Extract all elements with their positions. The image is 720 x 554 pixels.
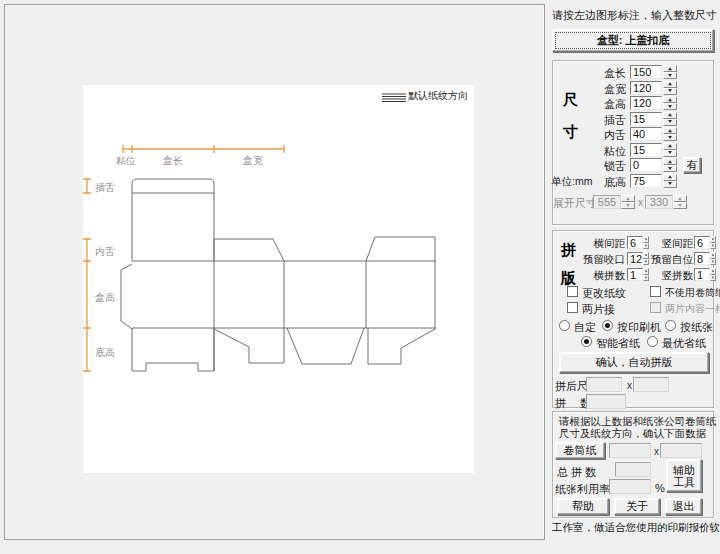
optimal-save-radio[interactable] (647, 336, 658, 347)
app-root: { "colors": { "accent_orange": "#ED9B40"… (0, 0, 720, 554)
v-gap-input[interactable]: 6 (694, 236, 710, 249)
about-button[interactable]: 关于 (614, 498, 660, 515)
box-type-button[interactable]: 盒型: 上盖扣底 (552, 29, 714, 52)
expand-width-spinner (621, 195, 635, 209)
h-count-input[interactable]: 1 (627, 268, 643, 281)
expand-width-field: 555 (593, 195, 621, 209)
dim-row-box-width: 盒宽 120 (553, 81, 713, 96)
no-roll-checkbox[interactable] (650, 286, 661, 297)
change-grain-label: 更改纸纹 (582, 286, 626, 301)
tuck-spinner[interactable] (663, 112, 677, 126)
two-piece-checkbox[interactable] (567, 302, 578, 313)
impose-row-gap: 横间距 6 竖间距 6 (553, 236, 713, 250)
ruler-label-inner: 内舌 (95, 245, 115, 259)
smart-save-radio[interactable] (581, 336, 592, 347)
imposition-group: 拼 版 横间距 6 竖间距 6 预留咬口 12 预留自位 8 横拼数 1 竖拼数… (552, 230, 714, 408)
tuck-label: 插舌 (573, 113, 626, 128)
after-height-field (633, 377, 669, 392)
lock-tongue-label: 锁舌 (573, 159, 626, 174)
after-width-field (586, 377, 622, 392)
expand-height-spinner (673, 195, 687, 209)
v-count-label: 竖拼数 (649, 269, 693, 283)
v-count-spinner[interactable] (710, 268, 716, 281)
custom-radio[interactable] (559, 320, 570, 331)
expand-size-row: 展开尺寸 555 x 330 (553, 194, 713, 210)
lock-tongue-input[interactable]: 0 (630, 158, 662, 172)
v-gap-spinner[interactable] (710, 236, 716, 249)
by-press-radio[interactable] (602, 320, 613, 331)
impose-row-reserve: 预留咬口 12 预留自位 8 (553, 252, 713, 266)
two-piece-same-checkbox (650, 302, 661, 313)
side-lay-label: 预留自位 (649, 253, 693, 267)
by-paper-radio-label: 按纸张 (680, 320, 713, 335)
dim-row-box-length: 盒长 150 (553, 65, 713, 80)
helper-tools-line2: 工具 (673, 476, 695, 488)
grain-direction-label: 默认纸纹方向 (408, 89, 468, 103)
glue-label: 粘位 (573, 144, 626, 159)
after-size-separator: x (627, 380, 632, 391)
bottom-height-spinner[interactable] (663, 174, 677, 188)
v-gap-label: 竖间距 (649, 237, 693, 251)
optimal-save-radio-label: 最优省纸 (662, 336, 706, 351)
ruler-label-width: 盒宽 (243, 154, 263, 168)
side-lay-spinner[interactable] (710, 252, 716, 265)
lock-tongue-extra-button[interactable]: 有 (683, 157, 701, 173)
lock-tongue-spinner[interactable] (663, 158, 677, 172)
total-count-field (615, 462, 651, 477)
inner-flap-label: 内舌 (573, 128, 626, 143)
box-length-spinner[interactable] (663, 65, 677, 79)
glue-input[interactable]: 15 (630, 143, 662, 157)
box-width-input[interactable]: 120 (630, 81, 662, 95)
glue-spinner[interactable] (663, 143, 677, 157)
helper-tools-line1: 辅助 (673, 464, 695, 476)
helper-tools-button[interactable]: 辅助 工具 (666, 459, 702, 492)
box-length-label: 盒长 (573, 66, 626, 81)
two-piece-label: 两片接 (582, 302, 615, 317)
no-roll-label: 不使用卷筒纸 (665, 286, 720, 300)
box-length-input[interactable]: 150 (630, 65, 662, 79)
exit-button[interactable]: 退出 (665, 498, 702, 515)
box-width-label: 盒宽 (573, 82, 626, 97)
unit-label: 单位:mm (551, 175, 587, 189)
ruler-label-tuck: 插舌 (95, 181, 115, 195)
by-press-radio-label: 按印刷机 (617, 320, 661, 335)
inner-flap-input[interactable]: 40 (630, 127, 662, 141)
custom-radio-label: 自定 (574, 320, 596, 335)
gripper-input[interactable]: 12 (627, 252, 643, 265)
dieline-canvas[interactable]: 默认纸纹方向 粘位 盒长 盒宽 插舌 内舌 盒高 底高 (83, 85, 474, 473)
dim-row-box-height: 盒高 120 (553, 96, 713, 111)
h-count-label: 横拼数 (565, 269, 625, 283)
bottom-height-input[interactable]: 75 (630, 174, 662, 188)
total-count-label: 总 拼 数 (557, 465, 596, 480)
gripper-label: 预留咬口 (565, 253, 625, 267)
impose-count-field (586, 394, 626, 409)
inner-flap-spinner[interactable] (663, 127, 677, 141)
smart-save-radio-label: 智能省纸 (596, 336, 640, 351)
grain-direction-icon (382, 94, 406, 102)
h-gap-input[interactable]: 6 (627, 236, 643, 249)
instruction-text: 请按左边图形标注，输入整数尺寸。 (552, 8, 718, 23)
roll-size-separator: x (654, 446, 659, 457)
paper-utilization-label: 纸张利用率 (555, 482, 610, 497)
expand-size-separator: x (638, 197, 643, 208)
paper-utilization-field (609, 479, 651, 494)
change-grain-checkbox[interactable] (567, 286, 578, 297)
box-height-spinner[interactable] (663, 96, 677, 110)
dim-row-lock-tongue: 锁舌 0 有 (553, 158, 713, 173)
tuck-input[interactable]: 15 (630, 112, 662, 126)
confirm-auto-impose-button[interactable]: 确认，自动拼版 (559, 352, 709, 373)
roll-width-field (609, 443, 651, 458)
roll-paper-button[interactable]: 卷筒纸 (555, 442, 605, 459)
side-lay-input[interactable]: 8 (694, 252, 710, 265)
dim-row-glue: 粘位 15 (553, 143, 713, 158)
dieline-drawing (83, 85, 474, 473)
v-count-input[interactable]: 1 (694, 268, 710, 281)
by-paper-radio[interactable] (665, 320, 676, 331)
ruler-label-length: 盒长 (163, 154, 183, 168)
ruler-label-height: 盒高 (95, 291, 115, 305)
status-text: 工作室，做适合您使用的印刷报价软件 (552, 521, 720, 535)
box-height-input[interactable]: 120 (630, 96, 662, 110)
after-size-row: 拼后尺寸 x (553, 377, 713, 393)
box-width-spinner[interactable] (663, 81, 677, 95)
help-button[interactable]: 帮助 (557, 498, 609, 515)
